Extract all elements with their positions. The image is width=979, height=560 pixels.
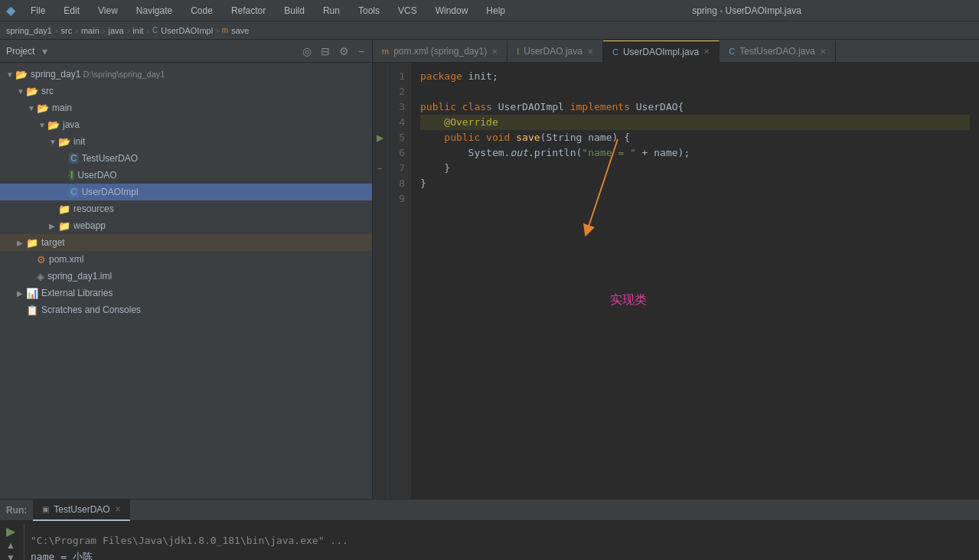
collapse-gutter-icon[interactable]: − [378,164,383,173]
expand-arrow-src[interactable]: ▼ [17,87,24,96]
sidebar-item-UserDAOImpl[interactable]: CUserDAOImpl [0,184,372,200]
sidebar-title: Project [6,46,34,57]
tab-icon-testUserDAO: C [729,47,735,56]
token: save [516,132,540,143]
line-num-8: 8 [388,176,408,191]
menu-edit[interactable]: Edit [60,4,83,18]
run-tab-label: TestUserDAO [54,504,109,515]
sidebar-item-ExternalLibraries[interactable]: ▶📊External Libraries [0,285,372,301]
expand-arrow-main[interactable]: ▼ [28,104,35,112]
line-num-9: 9 [388,191,408,207]
breadcrumb-init[interactable]: init [132,26,143,35]
tab-userDAOImpl[interactable]: CUserDAOImpl.java✕ [603,41,720,62]
sidebar-item-main[interactable]: ▼📂main [0,99,372,116]
expand-arrow-spring_day1[interactable]: ▼ [6,70,14,79]
code-line-6: System.out.println("name = " + name); [420,145,970,161]
run-controls: ▶ ▲ ▼ 🔧 [6,524,24,560]
run-label: Run: [0,505,33,516]
sidebar-item-spring_day1.iml[interactable]: ◈spring_day1.iml [0,268,372,285]
sidebar-locate-icon[interactable]: ◎ [301,44,313,59]
menu-tools[interactable]: Tools [355,4,383,18]
sidebar-tree: ▼📂spring_day1 D:\spring\spring_day1▼📂src… [0,63,372,499]
run-gutter-icon[interactable]: ▶ [377,132,383,143]
menu-code[interactable]: Code [188,4,216,18]
menu-file[interactable]: File [28,4,48,18]
tree-icon-ExternalLibraries: 📊 [26,288,38,299]
breadcrumb-userDAOImpl[interactable]: UserDAOImpl [161,26,213,35]
tab-label-testUserDAO: TestUserDAO.java [739,46,815,57]
sidebar-hide-icon[interactable]: − [357,44,366,59]
sidebar-item-resources[interactable]: 📁resources [0,200,372,217]
tree-icon-target: 📁 [26,237,38,249]
tree-label-src: src [41,86,54,96]
sidebar-item-webapp[interactable]: ▶📁webapp [0,217,372,234]
sidebar-settings-icon[interactable]: ⚙ [338,44,351,59]
window-title: spring - UserDAOImpl.java [521,5,973,16]
tree-icon-src: 📂 [26,86,38,97]
expand-arrow-init[interactable]: ▼ [49,138,57,146]
breadcrumb-spring-day1[interactable]: spring_day1 [6,26,52,35]
app-icon: ◆ [6,3,15,18]
expand-arrow-target[interactable]: ▶ [17,239,24,247]
code-editor[interactable]: package init; public class UserDAOImpl i… [411,63,979,499]
sidebar: Project ▾ ◎ ⊟ ⚙ − ▼📂spring_day1 D:\sprin… [0,40,373,499]
run-tab[interactable]: ▣ TestUserDAO ✕ [33,500,129,521]
sidebar-item-spring_day1[interactable]: ▼📂spring_day1 D:\spring\spring_day1 [0,66,372,83]
token: } [420,162,450,174]
up-button[interactable]: ▲ [6,540,18,551]
expand-arrow-webapp[interactable]: ▶ [49,222,57,230]
console-line-0: "C:\Program Files\Java\jdk1.8.0_181\bin\… [31,535,973,550]
gutter-icon-row-6 [373,145,387,161]
tab-pom[interactable]: mpom.xml (spring_day1)✕ [373,41,507,62]
menu-run[interactable]: Run [320,4,343,18]
token: } [420,177,426,189]
menu-help[interactable]: Help [483,4,508,18]
gutter-icon-row-8 [373,176,387,191]
sidebar-item-UserDAO[interactable]: IUserDAO [0,167,372,184]
menu-navigate[interactable]: Navigate [133,4,175,18]
token: class [462,101,492,112]
sidebar-item-src[interactable]: ▼📂src [0,83,372,99]
editor-area: mpom.xml (spring_day1)✕IUserDAO.java✕CUs… [373,40,979,499]
tab-userDAO[interactable]: IUserDAO.java✕ [507,41,603,62]
expand-arrow-ExternalLibraries[interactable]: ▶ [17,289,24,298]
sidebar-item-TestUserDAO[interactable]: CTestUserDAO [0,150,372,167]
tab-label-userDAO: UserDAO.java [524,46,583,57]
sidebar-collapse-icon[interactable]: ⊟ [319,44,331,59]
token: implements [570,101,630,112]
down-button[interactable]: ▼ [6,552,18,560]
expand-arrow-java[interactable]: ▼ [38,121,46,129]
sidebar-item-init[interactable]: ▼📂init [0,133,372,150]
console-output: "C:\Program Files\Java\jdk1.8.0_181\bin\… [31,535,973,561]
menu-view[interactable]: View [95,4,121,18]
tree-icon-spring_day1.iml: ◈ [37,271,44,282]
breadcrumb-save[interactable]: save [231,26,249,35]
tree-label-ScratchesConsoles: Scratches and Consoles [41,304,141,315]
tab-close-userDAO[interactable]: ✕ [587,47,593,56]
menu-vcs[interactable]: VCS [395,4,420,18]
sidebar-item-target[interactable]: ▶📁target [0,234,372,251]
breadcrumb-java[interactable]: java [108,26,123,35]
breadcrumb-src[interactable]: src [61,26,73,35]
tree-label-main: main [52,103,72,113]
sidebar-item-java[interactable]: ▼📂java [0,116,372,133]
code-line-1: package init; [420,69,970,84]
tab-close-userDAOImpl[interactable]: ✕ [703,47,710,56]
tab-close-testUserDAO[interactable]: ✕ [820,47,826,56]
sidebar-item-ScratchesConsoles[interactable]: 📋Scratches and Consoles [0,301,372,318]
tab-testUserDAO[interactable]: CTestUserDAO.java✕ [720,41,836,62]
sidebar-header: Project ▾ ◎ ⊟ ⚙ − [0,40,372,63]
breadcrumb-main[interactable]: main [81,26,100,35]
menu-refactor[interactable]: Refactor [228,4,269,18]
menu-build[interactable]: Build [281,4,308,18]
code-container: ▶− 123456789 package init; public class … [373,63,979,499]
menu-window[interactable]: Window [432,4,472,18]
tree-icon-UserDAO: I [69,170,74,181]
sidebar-dropdown-icon[interactable]: ▾ [41,44,49,59]
code-line-3: public class UserDAOImpl implements User… [420,99,970,115]
run-tab-close[interactable]: ✕ [115,505,121,513]
run-button[interactable]: ▶ [6,524,18,539]
sidebar-item-pom.xml[interactable]: ⚙pom.xml [0,251,372,268]
line-num-2: 2 [388,84,408,99]
tab-close-pom[interactable]: ✕ [491,47,498,56]
